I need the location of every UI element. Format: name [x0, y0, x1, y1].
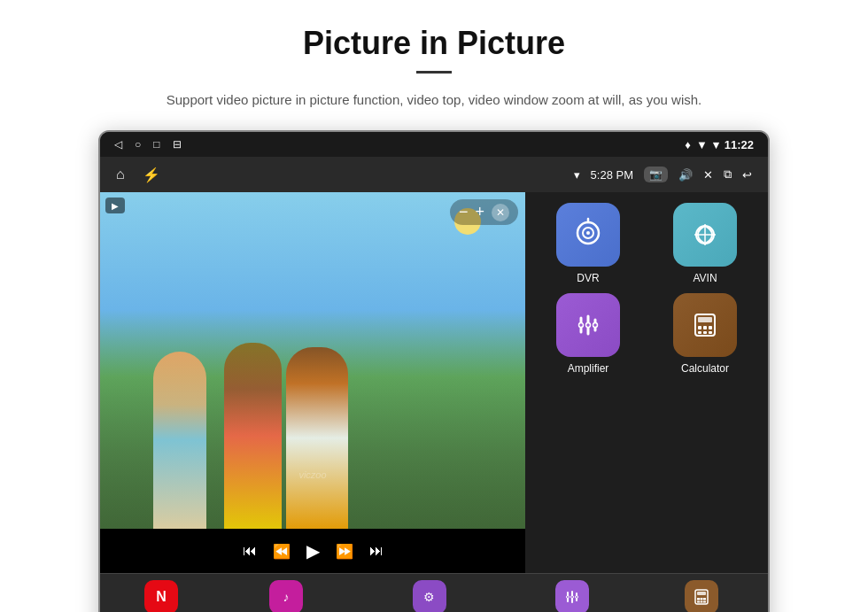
- calc-bottom-svg: [692, 587, 711, 607]
- app-avin[interactable]: AVIN: [651, 203, 759, 284]
- avin-icon: [687, 217, 723, 252]
- amplifier-icon-box: [556, 293, 620, 357]
- svg-rect-32: [701, 600, 703, 602]
- pip-plus-btn[interactable]: +: [475, 203, 484, 221]
- toolbar-back-icon[interactable]: ↩: [742, 168, 752, 182]
- svg-rect-17: [698, 331, 701, 334]
- wheelkey-icon: ⚙: [413, 580, 446, 613]
- apps-section: DVR AVIN: [525, 192, 768, 573]
- netflix-icon: N: [144, 580, 178, 613]
- video-player: ▶ − + ✕ viczoo ⏮: [100, 192, 525, 573]
- status-bar-left: ◁ ○ □ ⊟: [114, 138, 182, 151]
- watermark: viczoo: [298, 469, 326, 480]
- svg-rect-19: [709, 331, 712, 334]
- svg-point-9: [579, 323, 584, 328]
- bottom-app-netflix[interactable]: N Netflix: [144, 580, 178, 613]
- toolbar-volume-icon[interactable]: 🔊: [678, 168, 693, 182]
- location-icon: ♦: [685, 138, 691, 151]
- dvr-label: DVR: [577, 272, 599, 284]
- svg-rect-15: [703, 326, 707, 329]
- svg-rect-28: [697, 598, 700, 600]
- toolbar-close-icon[interactable]: ✕: [703, 168, 713, 182]
- bottom-app-wheelkey[interactable]: ⚙ Wheelkey Study: [394, 580, 464, 613]
- calculator-icon: [687, 307, 723, 343]
- bottom-app-amplifier[interactable]: Amplifier: [554, 580, 592, 613]
- recent-icon[interactable]: □: [153, 138, 159, 151]
- svg-rect-13: [698, 317, 712, 322]
- svg-rect-33: [703, 600, 706, 602]
- toolbar-time: 5:28 PM: [591, 168, 633, 182]
- signal-icon: ▼: [696, 138, 708, 151]
- svg-rect-30: [703, 598, 706, 600]
- dvr-icon: [570, 217, 606, 252]
- toolbar-camera-icon[interactable]: 📷: [644, 167, 668, 182]
- page-subtitle: Support video picture in picture functio…: [53, 89, 815, 111]
- bottom-apps-bar: N Netflix ♪ SiriusXM ⚙ Wheelkey Study: [100, 573, 768, 612]
- svg-point-2: [586, 231, 590, 235]
- pip-close-btn[interactable]: ✕: [492, 204, 509, 221]
- amplifier-icon: [570, 307, 606, 343]
- video-prev-btn[interactable]: ⏪: [273, 543, 291, 560]
- app-dvr[interactable]: DVR: [534, 203, 642, 284]
- svg-point-24: [571, 595, 574, 598]
- dvr-icon-box: [556, 203, 620, 267]
- status-bar-right: ♦ ▼ ▾ 11:22: [685, 138, 754, 151]
- svg-rect-14: [698, 326, 701, 329]
- main-area: ▶ − + ✕ viczoo ⏮: [100, 192, 768, 573]
- toolbar-home-icon[interactable]: ⌂: [116, 167, 125, 182]
- toolbar-usb-icon: ⚡: [143, 167, 160, 183]
- svg-rect-31: [697, 600, 700, 602]
- avin-label: AVIN: [693, 272, 717, 284]
- toolbar-left: ⌂ ⚡: [116, 167, 160, 183]
- amplifier-label: Amplifier: [568, 362, 609, 375]
- svg-rect-16: [709, 326, 712, 329]
- title-divider: [416, 71, 452, 74]
- calculator-label: Calculator: [681, 362, 729, 375]
- app-calculator[interactable]: Calculator: [651, 293, 759, 375]
- toolbar-right: ▾ 5:28 PM 📷 🔊 ✕ ⧉ ↩: [574, 167, 752, 182]
- svg-point-10: [586, 323, 591, 328]
- clock: 11:22: [725, 138, 754, 151]
- bottom-app-sirius[interactable]: ♪ SiriusXM: [267, 580, 306, 613]
- video-pip-indicator: ▶: [105, 198, 125, 213]
- amp-bottom-svg: [562, 587, 582, 607]
- calculator-icon-box: [673, 293, 737, 357]
- toolbar-bar: ⌂ ⚡ ▾ 5:28 PM 📷 🔊 ✕ ⧉ ↩: [100, 157, 768, 192]
- video-ffwd-btn[interactable]: ⏭: [369, 543, 384, 559]
- bottom-app-calculator[interactable]: Calculator: [679, 580, 724, 613]
- svg-rect-18: [703, 331, 707, 334]
- svg-rect-27: [697, 592, 706, 595]
- home-icon[interactable]: ○: [135, 138, 141, 151]
- screenshot-icon[interactable]: ⊟: [173, 138, 182, 151]
- pip-minus-btn[interactable]: −: [459, 203, 469, 221]
- video-section: ▶ − + ✕ viczoo ⏮: [100, 192, 525, 573]
- back-icon[interactable]: ◁: [114, 138, 122, 151]
- app-amplifier[interactable]: Amplifier: [534, 293, 642, 375]
- video-play-btn[interactable]: ▶: [306, 540, 320, 562]
- device-frame: ◁ ○ □ ⊟ ♦ ▼ ▾ 11:22 ⌂ ⚡ ▾ 5:28 PM 📷 �: [98, 130, 770, 612]
- video-bottom-controls: ⏮ ⏪ ▶ ⏩ ⏭: [100, 529, 525, 573]
- calc-bottom-icon: [685, 580, 718, 613]
- video-next-btn[interactable]: ⏩: [336, 543, 353, 560]
- toolbar-pip-icon[interactable]: ⧉: [724, 167, 732, 182]
- wifi-icon: ▾: [713, 138, 719, 151]
- video-content: ▶ − + ✕ viczoo: [100, 192, 525, 529]
- svg-point-23: [567, 595, 570, 598]
- page-container: Picture in Picture Support video picture…: [0, 0, 868, 612]
- video-rewind-btn[interactable]: ⏮: [243, 543, 257, 559]
- svg-rect-29: [701, 598, 703, 600]
- toolbar-wifi-icon: ▾: [574, 168, 580, 182]
- status-bar: ◁ ○ □ ⊟ ♦ ▼ ▾ 11:22: [100, 132, 768, 157]
- avin-icon-box: [673, 203, 737, 267]
- pip-controls: − + ✕: [450, 199, 518, 225]
- sirius-icon: ♪: [269, 580, 303, 613]
- svg-point-25: [576, 595, 578, 598]
- page-title: Picture in Picture: [53, 25, 815, 62]
- svg-point-11: [593, 323, 598, 328]
- amp-bottom-icon: [555, 580, 589, 613]
